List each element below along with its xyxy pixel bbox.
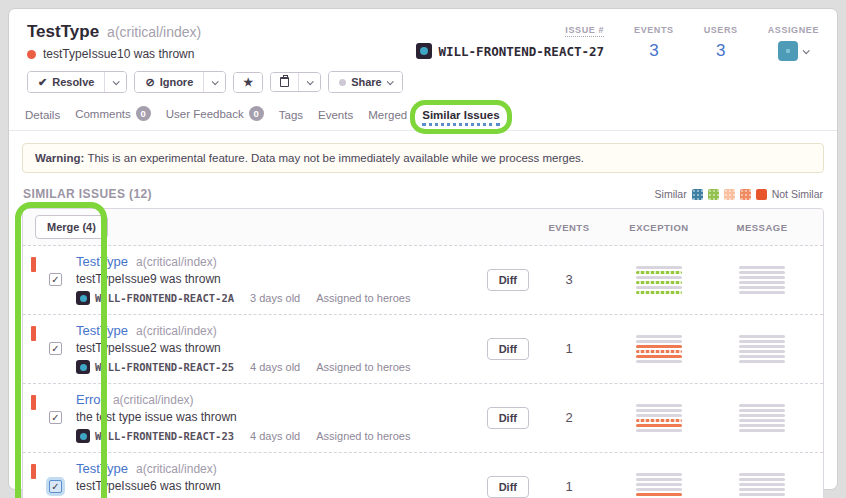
similarity-bar bbox=[636, 488, 682, 491]
issue-short-id: WILL-FRONTEND-REACT-23 bbox=[95, 430, 234, 442]
similarity-bar bbox=[636, 335, 682, 338]
row-checkbox[interactable]: ✓ bbox=[49, 411, 62, 424]
diff-button[interactable]: Diff bbox=[487, 407, 529, 429]
issue-stats: ISSUE # WILL-FRONTEND-REACT-27 EVENTS 3 … bbox=[416, 22, 819, 61]
similarity-bar bbox=[739, 473, 785, 476]
issue-culprit: a(critical/index) bbox=[113, 393, 194, 407]
similarity-bar bbox=[739, 286, 785, 289]
events-label: EVENTS bbox=[634, 25, 674, 35]
project-platform-icon bbox=[76, 429, 90, 443]
tab-merged[interactable]: Merged bbox=[368, 109, 407, 130]
check-icon: ✔ bbox=[38, 77, 47, 88]
legend-not-similar-label: Not Similar bbox=[772, 188, 823, 200]
similarity-bar bbox=[636, 424, 682, 427]
merge-button[interactable]: Merge (4) bbox=[35, 215, 108, 239]
similarity-bar bbox=[636, 286, 682, 289]
feedback-count-badge: 0 bbox=[249, 106, 264, 121]
assignee-avatar bbox=[778, 41, 798, 61]
issue-detail-card: TestType a(critical/index) testTypeIssue… bbox=[8, 8, 838, 490]
resolve-dropdown-button[interactable] bbox=[104, 72, 126, 92]
tab-details[interactable]: Details bbox=[25, 109, 60, 130]
delete-dropdown-button[interactable] bbox=[298, 73, 320, 91]
issue-link[interactable]: TestType bbox=[76, 323, 128, 338]
similarity-bar bbox=[739, 291, 785, 294]
error-level-bar bbox=[31, 395, 36, 410]
issue-assigned: Assigned to heroes bbox=[316, 292, 410, 304]
exception-similarity-graphic bbox=[605, 266, 713, 294]
issue-number-label: ISSUE # bbox=[565, 25, 604, 37]
similarity-bar bbox=[636, 414, 682, 417]
legend-swatch-3 bbox=[724, 189, 735, 200]
issue-link[interactable]: TestType bbox=[76, 254, 128, 269]
tab-events[interactable]: Events bbox=[318, 109, 353, 130]
issue-short-id[interactable]: WILL-FRONTEND-REACT-27 bbox=[438, 44, 604, 59]
resolve-button[interactable]: ✔ Resolve bbox=[28, 72, 104, 92]
legend-swatch-2 bbox=[708, 189, 719, 200]
issue-age: 4 days old bbox=[250, 361, 300, 373]
ignore-button[interactable]: ⊘ Ignore bbox=[135, 72, 203, 92]
chevron-down-icon bbox=[386, 78, 393, 85]
issue-header: TestType a(critical/index) testTypeIssue… bbox=[9, 9, 837, 61]
similarity-bar bbox=[739, 409, 785, 412]
row-checkbox[interactable]: ✓ bbox=[49, 273, 62, 286]
tab-similar-issues[interactable]: Similar Issues bbox=[422, 109, 499, 130]
exception-similarity-graphic bbox=[605, 404, 713, 432]
similarity-bar bbox=[636, 429, 682, 432]
similarity-bar bbox=[739, 478, 785, 481]
row-checkbox[interactable]: ✓ bbox=[49, 342, 62, 355]
similarity-bar bbox=[739, 350, 785, 353]
users-label: USERS bbox=[704, 25, 738, 35]
legend-similar-label: Similar bbox=[655, 188, 687, 200]
warning-label: Warning: bbox=[35, 152, 84, 164]
similarity-bar bbox=[739, 414, 785, 417]
similarity-bar bbox=[739, 345, 785, 348]
similarity-bar bbox=[739, 281, 785, 284]
similarity-bar bbox=[636, 355, 682, 358]
similarity-bar bbox=[636, 493, 682, 496]
legend-swatch-4 bbox=[740, 189, 751, 200]
similarity-bar bbox=[739, 360, 785, 363]
message-similarity-graphic bbox=[713, 473, 811, 498]
users-count[interactable]: 3 bbox=[716, 41, 725, 61]
similarity-bar bbox=[739, 340, 785, 343]
issue-message: testTypeIssue2 was thrown bbox=[76, 341, 487, 355]
issue-assigned: Assigned to heroes bbox=[316, 361, 410, 373]
diff-button[interactable]: Diff bbox=[487, 269, 529, 291]
experimental-warning-banner: Warning: This is an experimental feature… bbox=[22, 143, 824, 173]
issue-link[interactable]: Error bbox=[76, 392, 105, 407]
bookmark-button[interactable]: ★ bbox=[234, 73, 262, 92]
delete-button[interactable] bbox=[271, 73, 298, 91]
page: TestType a(critical/index) testTypeIssue… bbox=[0, 0, 846, 498]
similarity-bar bbox=[739, 429, 785, 432]
tab-user-feedback[interactable]: User Feedback0 bbox=[166, 106, 264, 130]
assignee-selector[interactable] bbox=[778, 41, 808, 61]
similarity-bar bbox=[636, 345, 682, 348]
action-toolbar: ✔ Resolve ⊘ Ignore ★ bbox=[9, 61, 837, 102]
similarity-bar bbox=[636, 483, 682, 486]
message-similarity-graphic bbox=[713, 335, 811, 363]
diff-button[interactable]: Diff bbox=[487, 338, 529, 360]
comments-count-badge: 0 bbox=[136, 106, 151, 121]
row-checkbox[interactable]: ✓ bbox=[49, 480, 62, 493]
issue-link[interactable]: TestType bbox=[76, 461, 128, 476]
similarity-bar bbox=[636, 266, 682, 269]
issue-culprit: a(critical/index) bbox=[107, 24, 201, 40]
diff-button[interactable]: Diff bbox=[487, 476, 529, 498]
similarity-bar bbox=[636, 291, 682, 294]
chevron-down-icon bbox=[212, 78, 219, 85]
similarity-bar bbox=[636, 281, 682, 284]
issue-assigned: Assigned to heroes bbox=[316, 430, 410, 442]
legend-swatch-5 bbox=[756, 189, 767, 200]
error-level-dot bbox=[27, 50, 36, 59]
events-count[interactable]: 3 bbox=[649, 41, 658, 61]
issue-title: TestType bbox=[27, 22, 99, 42]
share-button[interactable]: Share bbox=[329, 72, 402, 92]
tab-tags[interactable]: Tags bbox=[279, 109, 303, 130]
share-status-icon bbox=[339, 79, 346, 86]
similarity-bar bbox=[636, 404, 682, 407]
tab-comments[interactable]: Comments0 bbox=[75, 106, 151, 130]
similarity-bar bbox=[636, 419, 682, 422]
issue-age: 3 days old bbox=[250, 292, 300, 304]
similarity-bar bbox=[739, 271, 785, 274]
ignore-dropdown-button[interactable] bbox=[203, 72, 225, 92]
